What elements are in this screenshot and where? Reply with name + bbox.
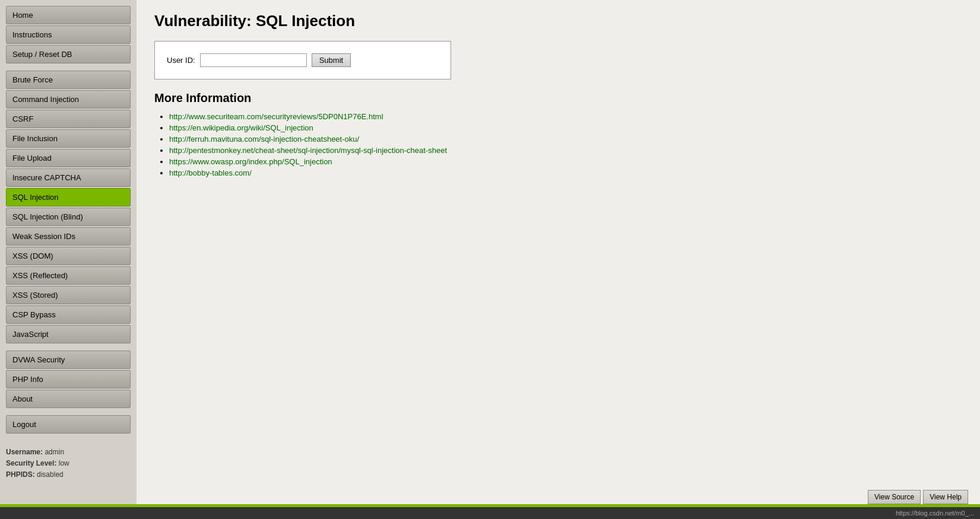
security-value: low	[59, 459, 69, 467]
security-label: Security Level:	[6, 459, 56, 467]
sidebar-item-javascript[interactable]: JavaScript	[6, 325, 131, 343]
list-item: https://www.owasp.org/index.php/SQL_inje…	[169, 157, 962, 166]
list-item: http://ferruh.mavituna.com/sql-injection…	[169, 135, 962, 144]
list-item: https://en.wikipedia.org/wiki/SQL_inject…	[169, 123, 962, 132]
username-status: Username: admin	[6, 447, 131, 458]
sidebar-item-dvwa-security[interactable]: DVWA Security	[6, 351, 131, 369]
sidebar-item-xss-stored[interactable]: XSS (Stored)	[6, 286, 131, 304]
sidebar-item-file-upload[interactable]: File Upload	[6, 149, 131, 167]
sidebar-item-csp-bypass[interactable]: CSP Bypass	[6, 305, 131, 324]
sidebar-vuln-group: Brute Force Command Injection CSRF File …	[6, 71, 131, 345]
sidebar-item-about[interactable]: About	[6, 390, 131, 408]
status-section: Username: admin Security Level: low PHPI…	[6, 447, 131, 481]
sidebar-item-sql-injection[interactable]: SQL Injection	[6, 188, 131, 206]
sidebar-item-command-injection[interactable]: Command Injection	[6, 90, 131, 109]
link-3[interactable]: http://ferruh.mavituna.com/sql-injection…	[169, 135, 359, 144]
user-id-form: User ID: Submit	[154, 41, 451, 79]
more-info-links: http://www.securiteam.com/securityreview…	[169, 112, 962, 177]
sidebar-top-group: Home Instructions Setup / Reset DB	[6, 6, 131, 65]
sidebar-item-weak-session-ids[interactable]: Weak Session IDs	[6, 227, 131, 246]
sidebar-item-insecure-captcha[interactable]: Insecure CAPTCHA	[6, 168, 131, 187]
username-value: admin	[45, 448, 64, 456]
view-buttons: View Source View Help	[868, 490, 968, 504]
sidebar: Home Instructions Setup / Reset DB Brute…	[0, 0, 137, 519]
submit-button[interactable]: Submit	[312, 53, 351, 67]
phpids-value: disabled	[37, 470, 64, 479]
username-label: Username:	[6, 448, 43, 456]
phpids-status: PHPIDS: disabled	[6, 469, 131, 480]
view-help-button[interactable]: View Help	[923, 490, 968, 504]
form-row: User ID: Submit	[167, 53, 439, 67]
link-2[interactable]: https://en.wikipedia.org/wiki/SQL_inject…	[169, 123, 313, 132]
sidebar-bottom-group: DVWA Security PHP Info About	[6, 351, 131, 409]
sidebar-item-brute-force[interactable]: Brute Force	[6, 71, 131, 89]
user-id-label: User ID:	[167, 56, 195, 65]
sidebar-item-php-info[interactable]: PHP Info	[6, 370, 131, 389]
logout-button[interactable]: Logout	[6, 415, 131, 434]
list-item: http://pentestmonkey.net/cheat-sheet/sql…	[169, 146, 962, 155]
page-title: Vulnerability: SQL Injection	[154, 12, 962, 30]
view-source-button[interactable]: View Source	[868, 490, 921, 504]
sidebar-item-csrf[interactable]: CSRF	[6, 110, 131, 128]
sidebar-item-file-inclusion[interactable]: File Inclusion	[6, 129, 131, 148]
sidebar-item-sql-injection-blind[interactable]: SQL Injection (Blind)	[6, 208, 131, 226]
link-5[interactable]: https://www.owasp.org/index.php/SQL_inje…	[169, 157, 332, 166]
phpids-label: PHPIDS:	[6, 470, 35, 479]
list-item: http://bobby-tables.com/	[169, 168, 962, 177]
main-content: Vulnerability: SQL Injection User ID: Su…	[137, 0, 980, 519]
user-id-input[interactable]	[200, 53, 307, 67]
sidebar-item-instructions[interactable]: Instructions	[6, 26, 131, 44]
security-status: Security Level: low	[6, 458, 131, 469]
link-6[interactable]: http://bobby-tables.com/	[169, 168, 252, 177]
list-item: http://www.securiteam.com/securityreview…	[169, 112, 962, 121]
more-info-title: More Information	[154, 91, 962, 105]
link-4[interactable]: http://pentestmonkey.net/cheat-sheet/sql…	[169, 146, 447, 155]
sidebar-item-xss-reflected[interactable]: XSS (Reflected)	[6, 266, 131, 285]
footer-url: https://blog.csdn.net/m0_...	[896, 510, 974, 517]
sidebar-item-home[interactable]: Home	[6, 6, 131, 24]
sidebar-item-xss-dom[interactable]: XSS (DOM)	[6, 247, 131, 265]
link-1[interactable]: http://www.securiteam.com/securityreview…	[169, 112, 383, 121]
footer-bar: https://blog.csdn.net/m0_...	[0, 507, 980, 519]
sidebar-item-setup[interactable]: Setup / Reset DB	[6, 45, 131, 63]
